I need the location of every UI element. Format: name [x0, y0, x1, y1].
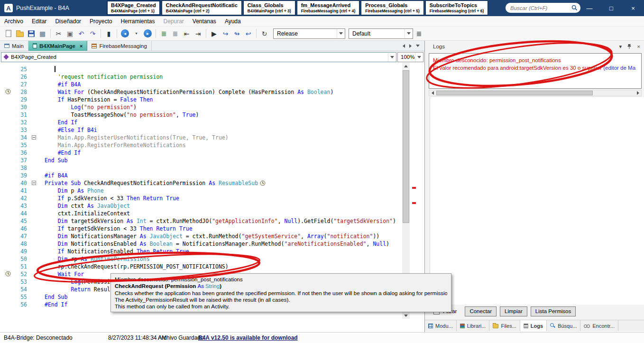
code-line[interactable]: 45 Dim targetSdkVersion As Int = ctxt.Ru… [0, 217, 402, 225]
code-line[interactable]: 46 If targetSdkVersion < 33 Then Return … [0, 225, 402, 232]
copy-icon[interactable]: ▣ [64, 28, 75, 39]
navigate-forward-icon[interactable]: ▸ [142, 28, 153, 39]
code-line[interactable]: 47 Dim NotificationsManager As JavaObjec… [0, 232, 402, 240]
tab-list-menu-icon[interactable] [416, 45, 420, 47]
code-line[interactable]: 30 Log("no permission") [0, 103, 402, 111]
doc-tab-main[interactable]: Main [0, 41, 28, 51]
build-configuration-select[interactable]: Release [273, 28, 345, 39]
log-message-area[interactable]: Miembro desconocido: permission_post_not… [429, 53, 642, 89]
code-line[interactable]: 36 #End If [0, 149, 402, 157]
open-project-icon[interactable] [14, 28, 25, 39]
rebuild-icon[interactable]: ↻ [259, 28, 270, 39]
pane-tab-librari[interactable]: Librari... [457, 320, 490, 331]
pin-icon[interactable] [627, 44, 632, 49]
code-line[interactable]: 48 Dim NotificationsEnabled As Boolean =… [0, 240, 402, 248]
quick-tab[interactable]: fm_MessageArrivedFirebaseMessaging (ctrl… [297, 0, 360, 15]
menu-item-ayuda[interactable]: Ayuda [221, 16, 245, 27]
quick-tab[interactable]: CheckAndRequestNotificaticB4XMainPage (c… [162, 0, 242, 15]
pane-tab-logs[interactable]: Logs [520, 320, 547, 331]
outdent-icon[interactable]: ⇤ [181, 28, 192, 39]
vertical-scroll-thumb[interactable] [403, 70, 409, 223]
redo-icon[interactable]: ↷ [87, 28, 98, 39]
code-line[interactable]: 37End Sub [0, 157, 402, 164]
quick-tab[interactable]: Class_GlobalsB4XMainPage (ctrl + 3) [243, 0, 295, 15]
pane-tab-encontr[interactable]: Encontr... [580, 320, 618, 331]
uncomment-icon[interactable]: ≣ [170, 28, 181, 39]
conectar-button[interactable]: Conectar [465, 306, 497, 316]
doc-tab-b4xmainpage[interactable]: B4XMainPage× [28, 41, 88, 51]
pane-tab-bsqu[interactable]: Búsqu... [547, 320, 580, 331]
code-line[interactable]: 51 rp.CheckAndRequest(rp.PERMISSION_POST… [0, 263, 402, 270]
code-line[interactable]: 38 [0, 164, 402, 172]
scroll-tabs-left-icon[interactable] [403, 44, 405, 48]
code-line[interactable]: 29 If HasPermission = False Then [0, 96, 402, 103]
menu-item-depurar[interactable]: Depurar [159, 16, 188, 27]
code-line[interactable]: 43 Dim ctxt As JavaObject [0, 202, 402, 210]
logs-horizontal-scrollbar[interactable] [429, 90, 642, 96]
save-icon[interactable] [26, 28, 37, 39]
scroll-tabs-right-icon[interactable] [409, 44, 412, 48]
collapse-icon[interactable] [32, 135, 36, 139]
lista-permisos-button[interactable]: Lista Permisos [531, 306, 576, 316]
doc-tab-firebasemessaging[interactable]: FirebaseMessaging [87, 41, 151, 51]
code-line[interactable]: 40Private Sub CheckAndRequestNotificatio… [0, 179, 402, 187]
ide-options-icon[interactable]: ≣ [414, 28, 424, 39]
menu-item-herramientas[interactable]: Herramientas [116, 16, 159, 27]
menu-item-ventanas[interactable]: Ventanas [188, 16, 221, 27]
scroll-right-icon[interactable] [635, 90, 641, 96]
zoom-select[interactable]: 100% [397, 52, 423, 62]
scroll-left-icon[interactable] [429, 90, 436, 96]
code-line[interactable]: 41 Dim p As Phone [0, 187, 402, 195]
code-line[interactable]: 27 #if B4A [0, 81, 402, 88]
logs-body[interactable] [430, 97, 644, 305]
quick-tab[interactable]: B4XPage_CreatedB4XMainPage (ctrl + 1) [107, 0, 160, 15]
close-button[interactable]: × [622, 0, 644, 16]
menu-item-editar[interactable]: Editar [28, 16, 51, 27]
menu-item-proyecto[interactable]: Proyecto [85, 16, 116, 27]
menu-item-archivo[interactable]: Archivo [0, 16, 28, 27]
collapse-icon[interactable] [32, 181, 36, 185]
scroll-up-icon[interactable] [402, 63, 410, 69]
code-line[interactable]: 28 Wait For (CheckAndRequestNotification… [0, 88, 402, 96]
minimize-button[interactable]: — [579, 0, 600, 16]
back-history-icon[interactable]: ▾ [131, 28, 142, 39]
code-line[interactable]: 33 #Else If B4i [0, 126, 402, 134]
indent-icon[interactable]: ⇥ [193, 28, 203, 39]
maximize-button[interactable]: □ [600, 0, 622, 16]
menu-item-diseñador[interactable]: Diseñador [51, 16, 85, 27]
pane-tab-files[interactable]: Files... [489, 320, 520, 331]
undo-icon[interactable]: ↶ [76, 28, 87, 39]
navigate-back-icon[interactable]: ◂ [120, 28, 130, 39]
update-link[interactable]: B4A v12.50 is available for download [198, 334, 298, 341]
step-into-icon[interactable]: ↪ [220, 28, 231, 39]
close-pane-icon[interactable]: × [637, 44, 640, 49]
search-box[interactable] [506, 3, 580, 13]
step-over-icon[interactable]: ↬ [231, 28, 242, 39]
pane-menu-icon[interactable]: ▾ [619, 43, 622, 50]
code-line[interactable]: 42 If p.SdkVersion < 33 Then Return True [0, 195, 402, 202]
quick-tab[interactable]: SubscribeToTopicsFirebaseMessaging (ctrl… [425, 0, 488, 15]
comment-icon[interactable]: ≣ [158, 28, 169, 39]
code-line[interactable]: 32 End If [0, 119, 402, 126]
code-line[interactable]: 31 ToastMessageShow("no permission", Tru… [0, 111, 402, 119]
code-line[interactable]: 34 Main.App.RegisterUserNotifications(Tr… [0, 134, 402, 141]
close-icon[interactable]: × [80, 43, 83, 49]
code-line[interactable]: 25 [0, 65, 402, 73]
modules-grid-icon[interactable]: ▦ [37, 28, 48, 39]
code-line[interactable]: 44 ctxt.InitializeContext [0, 210, 402, 217]
quick-tab[interactable]: Process_GlobalsFirebaseMessaging (ctrl +… [361, 0, 424, 15]
pane-tab-modu[interactable]: Modu... [425, 320, 457, 331]
bookmark-icon[interactable]: ▮ [103, 28, 114, 39]
logs-scroll-thumb[interactable] [436, 91, 593, 95]
build-profile-select[interactable]: Default [349, 28, 413, 39]
code-line[interactable]: 50 Dim rp As RuntimePermissions [0, 255, 402, 263]
code-line[interactable]: 39#if B4A [0, 172, 402, 179]
run-icon[interactable]: ▶ [209, 28, 220, 39]
new-file-icon[interactable] [3, 28, 14, 39]
code-line[interactable]: 26 'request notification permission [0, 73, 402, 81]
search-input[interactable] [510, 5, 571, 11]
step-out-icon[interactable]: ↩ [243, 28, 254, 39]
cut-icon[interactable]: ✂ [53, 28, 64, 39]
limpiar-button[interactable]: Limpiar [500, 306, 527, 316]
code-line[interactable]: 49 If NotificationsEnabled Then Return T… [0, 248, 402, 255]
